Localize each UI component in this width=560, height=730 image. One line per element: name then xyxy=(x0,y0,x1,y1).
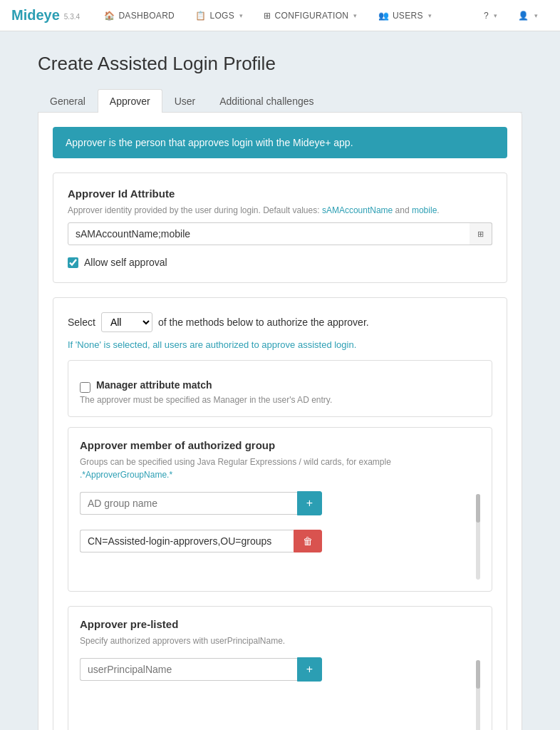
nav-help[interactable]: ? ▾ xyxy=(474,0,508,31)
manager-match-hint: The approver must be specified as Manage… xyxy=(80,395,480,405)
authorize-card: Select All Any None of the methods below… xyxy=(53,297,507,730)
approver-id-label: Approver Id Attribute xyxy=(68,187,492,200)
methods-text: of the methods below to authorize the ap… xyxy=(158,317,369,328)
approver-content: Approver is the person that approves log… xyxy=(38,113,522,730)
add-icon-2: + xyxy=(306,663,313,676)
authorized-group-scroll-area: + 🗑 xyxy=(80,491,480,580)
config-icon: ⊞ xyxy=(264,11,271,21)
add-icon: + xyxy=(306,497,313,510)
ad-group-input[interactable] xyxy=(80,492,297,515)
methods-select[interactable]: All Any None xyxy=(101,312,152,332)
tab-general[interactable]: General xyxy=(38,89,98,113)
users-chevron-icon: ▾ xyxy=(428,12,432,19)
nav-items: 🏠 DASHBOARD 📋 LOGS ▾ ⊞ CONFIGURATION ▾ 👥… xyxy=(94,0,474,31)
pre-listed-section: Approver pre-listed Specify authorized a… xyxy=(68,606,492,730)
pre-listed-scrollbar-track[interactable] xyxy=(476,660,480,730)
allow-self-approval-label[interactable]: Allow self approval xyxy=(84,257,167,268)
pre-listed-hint: Specify authorized approvers with userPr… xyxy=(80,634,480,647)
example-link[interactable]: .*ApproverGroupName.* xyxy=(80,470,172,480)
mobile-link[interactable]: mobile xyxy=(412,205,437,215)
approver-id-input-wrapper: ⊞ xyxy=(68,222,492,245)
existing-group-input[interactable] xyxy=(80,530,294,552)
approver-info-alert: Approver is the person that approves log… xyxy=(53,127,507,158)
existing-group-row: 🗑 xyxy=(80,530,322,552)
logs-icon: 📋 xyxy=(195,11,206,21)
manager-match-checkbox-row: Manager attribute match xyxy=(80,379,480,395)
pre-listed-input[interactable] xyxy=(80,658,297,681)
tab-additional-challenges[interactable]: Additional challenges xyxy=(207,89,326,113)
nav-users-label: USERS xyxy=(393,11,423,21)
brand-version: 5.3.4 xyxy=(64,13,80,21)
manager-match-label[interactable]: Manager attribute match xyxy=(96,379,212,391)
authorized-group-section: Approver member of authorized group Grou… xyxy=(68,427,492,592)
grid-icon: ⊞ xyxy=(477,230,484,239)
approver-id-form-group: Approver Id Attribute Approver identity … xyxy=(68,187,492,245)
tab-bar: General Approver User Additional challen… xyxy=(38,89,522,113)
nav-user-menu[interactable]: 👤 ▾ xyxy=(508,0,549,31)
nav-dashboard-label: DASHBOARD xyxy=(118,11,175,21)
trash-icon: 🗑 xyxy=(303,535,313,547)
nav-configuration-label: CONFIGURATION xyxy=(275,11,349,21)
ad-group-add-row: + xyxy=(80,491,322,515)
navbar: Mideye 5.3.4 🏠 DASHBOARD 📋 LOGS ▾ ⊞ CONF… xyxy=(0,0,560,31)
allow-self-approval-row: Allow self approval xyxy=(68,257,492,268)
nav-configuration[interactable]: ⊞ CONFIGURATION ▾ xyxy=(254,0,368,31)
select-methods-row: Select All Any None of the methods below… xyxy=(68,312,492,332)
nav-logs-label: LOGS xyxy=(209,11,234,21)
approver-info-text: Approver is the person that approves log… xyxy=(66,137,353,148)
pre-listed-add-row: + xyxy=(80,657,322,682)
brand: Mideye 5.3.4 xyxy=(11,7,80,24)
ad-group-add-button[interactable]: + xyxy=(297,491,322,515)
select-label-text: Select xyxy=(68,317,95,328)
tab-user[interactable]: User xyxy=(162,89,208,113)
authorized-group-title: Approver member of authorized group xyxy=(80,439,480,451)
users-icon: 👥 xyxy=(378,11,389,21)
approver-id-hint: Approver identity provided by the user d… xyxy=(68,204,492,217)
config-chevron-icon: ▾ xyxy=(353,12,357,19)
help-icon: ? xyxy=(484,11,489,21)
nav-dashboard[interactable]: 🏠 DASHBOARD xyxy=(94,0,185,31)
tab-approver[interactable]: Approver xyxy=(98,89,162,113)
pre-listed-scroll-area: + xyxy=(80,657,480,730)
pre-listed-inputs: + xyxy=(80,657,467,689)
pre-listed-scrollbar-thumb xyxy=(476,660,480,689)
user-icon: 👤 xyxy=(518,11,529,21)
pre-listed-title: Approver pre-listed xyxy=(80,618,480,630)
existing-group-delete-button[interactable]: 🗑 xyxy=(294,530,322,552)
main-content: Create Assisted Login Profile General Ap… xyxy=(24,53,536,730)
manager-match-checkbox[interactable] xyxy=(80,382,90,393)
approver-id-icon-btn[interactable]: ⊞ xyxy=(470,222,492,245)
authorized-group-inputs: + 🗑 xyxy=(80,491,467,560)
logs-chevron-icon: ▾ xyxy=(239,12,243,19)
samaccountname-link[interactable]: sAMAccountName xyxy=(322,205,393,215)
approver-id-input[interactable] xyxy=(68,222,492,245)
nav-logs[interactable]: 📋 LOGS ▾ xyxy=(185,0,254,31)
none-note: If 'None' is selected, all users are aut… xyxy=(68,339,492,350)
allow-self-approval-checkbox[interactable] xyxy=(68,257,78,268)
existing-group-row-wrapper: 🗑 xyxy=(80,530,467,552)
scrollbar-thumb xyxy=(476,494,480,523)
nav-right: ? ▾ 👤 ▾ xyxy=(474,0,549,31)
nav-users[interactable]: 👥 USERS ▾ xyxy=(368,0,442,31)
page-title: Create Assisted Login Profile xyxy=(38,53,522,75)
home-icon: 🏠 xyxy=(104,11,115,21)
manager-match-card: Manager attribute match The approver mus… xyxy=(68,360,492,417)
help-chevron-icon: ▾ xyxy=(494,12,497,19)
authorized-group-hint: Groups can be specified using Java Regul… xyxy=(80,456,480,481)
brand-name: Mideye xyxy=(11,7,60,24)
scrollbar-track[interactable] xyxy=(476,494,480,580)
approver-id-card: Approver Id Attribute Approver identity … xyxy=(53,173,507,283)
pre-listed-add-button[interactable]: + xyxy=(297,657,322,682)
user-chevron-icon: ▾ xyxy=(534,12,538,19)
